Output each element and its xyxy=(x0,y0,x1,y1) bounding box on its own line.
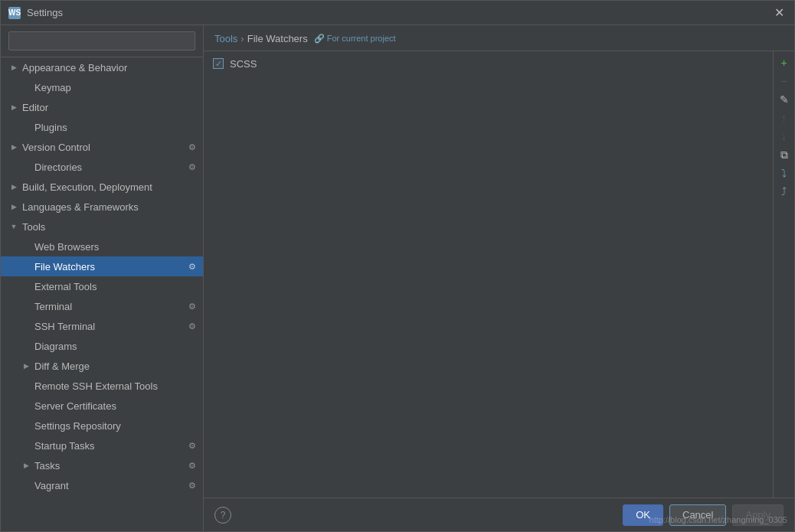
sidebar-item-terminal[interactable]: Terminal ⚙ xyxy=(1,296,203,316)
side-toolbar: + − ✎ ↑ ↓ ⧉ xyxy=(773,51,794,498)
settings-icon: ⚙ xyxy=(186,479,198,491)
settings-icon: ⚙ xyxy=(186,320,198,332)
settings-icon: ⚙ xyxy=(186,161,198,173)
title-bar: WS Settings ✕ xyxy=(1,1,794,25)
move-up-button[interactable]: ↑ xyxy=(776,109,793,126)
project-link[interactable]: 🔗 For current project xyxy=(314,34,396,44)
breadcrumb-separator: › xyxy=(240,33,244,44)
arrow-icon xyxy=(8,62,19,73)
panel-body: SCSS + − ✎ ↑ xyxy=(204,51,794,498)
sidebar-item-ssh-terminal[interactable]: SSH Terminal ⚙ xyxy=(1,316,203,336)
settings-window: WS Settings ✕ Appearance & Behavior Keym… xyxy=(0,0,795,532)
sidebar-item-editor[interactable]: Editor xyxy=(1,97,203,117)
footer: ? OK Cancel Apply xyxy=(204,498,794,531)
sidebar-item-label: Directories xyxy=(34,162,186,173)
sidebar-item-label: Vagrant xyxy=(34,480,186,491)
arrow-icon xyxy=(21,460,31,471)
settings-icon: ⚙ xyxy=(186,439,198,452)
remove-button[interactable]: − xyxy=(776,73,793,90)
sidebar-item-label: Tasks xyxy=(34,460,186,472)
watermark: http://blog.csdn.net/zhangming_0305 xyxy=(649,515,787,524)
sidebar-item-label: Languages & Frameworks xyxy=(22,201,203,213)
sidebar-item-label: Remote SSH External Tools xyxy=(34,380,203,392)
sidebar-item-web-browsers[interactable]: Web Browsers xyxy=(1,237,203,256)
sidebar-item-label: Tools xyxy=(22,221,203,233)
add-button[interactable]: + xyxy=(776,54,793,71)
settings-icon: ⚙ xyxy=(186,459,198,472)
search-input[interactable] xyxy=(8,31,195,51)
panel-header: Tools › File Watchers 🔗 For current proj… xyxy=(204,25,794,51)
item-label: SCSS xyxy=(230,58,764,70)
sidebar-item-label: Keymap xyxy=(34,82,203,93)
sidebar-item-label: Plugins xyxy=(34,122,203,133)
sidebar-tree: Appearance & Behavior Keymap Editor Plug… xyxy=(1,57,203,531)
sidebar-item-remote-ssh[interactable]: Remote SSH External Tools xyxy=(1,376,203,396)
arrow-icon xyxy=(8,201,19,212)
sidebar-item-label: Settings Repository xyxy=(34,420,203,432)
sidebar-item-tasks[interactable]: Tasks ⚙ xyxy=(1,455,203,475)
copy-button[interactable]: ⧉ xyxy=(776,146,793,163)
sidebar-item-label: Diff & Merge xyxy=(34,361,203,372)
window-title: Settings xyxy=(27,7,771,18)
sidebar-item-label: Version Control xyxy=(22,142,186,153)
settings-icon: ⚙ xyxy=(186,300,198,312)
list-item[interactable]: SCSS xyxy=(207,54,770,73)
export-button[interactable]: ⤴ xyxy=(776,183,793,200)
sidebar-item-build[interactable]: Build, Execution, Deployment xyxy=(1,177,203,197)
sidebar-item-label: Appearance & Behavior xyxy=(22,62,203,73)
arrow-icon xyxy=(8,181,19,192)
import-button[interactable]: ⤵ xyxy=(776,165,793,181)
search-box xyxy=(1,25,203,57)
sidebar-item-tools[interactable]: Tools xyxy=(1,217,203,237)
help-button[interactable]: ? xyxy=(214,507,231,524)
main-content: Appearance & Behavior Keymap Editor Plug… xyxy=(1,25,794,531)
sidebar-item-version-control[interactable]: Version Control ⚙ xyxy=(1,137,203,157)
sidebar-item-diff-merge[interactable]: Diff & Merge xyxy=(1,356,203,376)
move-down-button[interactable]: ↓ xyxy=(776,128,793,145)
settings-icon: ⚙ xyxy=(186,141,198,153)
sidebar-item-label: External Tools xyxy=(34,281,203,292)
sidebar-item-label: Server Certificates xyxy=(34,400,203,412)
app-icon: WS xyxy=(8,7,21,19)
settings-icon: ⚙ xyxy=(186,260,198,273)
sidebar-item-label: Diagrams xyxy=(34,341,203,352)
arrow-icon xyxy=(8,142,19,152)
breadcrumb-current: File Watchers xyxy=(247,33,308,44)
sidebar-item-plugins[interactable]: Plugins xyxy=(1,117,203,137)
sidebar-item-file-watchers[interactable]: File Watchers ⚙ xyxy=(1,256,203,276)
arrow-icon xyxy=(21,361,31,371)
sidebar-item-label: Editor xyxy=(22,102,203,113)
item-checkbox[interactable] xyxy=(213,58,224,69)
sidebar-item-label: Terminal xyxy=(34,301,186,312)
arrow-icon xyxy=(8,102,19,113)
sidebar-item-label: Web Browsers xyxy=(34,241,203,253)
footer-left: ? xyxy=(214,507,231,524)
sidebar-item-server-certs[interactable]: Server Certificates xyxy=(1,396,203,416)
sidebar-item-settings-repo[interactable]: Settings Repository xyxy=(1,416,203,436)
sidebar-item-label: File Watchers xyxy=(34,261,186,273)
sidebar-item-startup-tasks[interactable]: Startup Tasks ⚙ xyxy=(1,436,203,455)
sidebar-item-label: SSH Terminal xyxy=(34,321,186,332)
sidebar-item-vagrant[interactable]: Vagrant ⚙ xyxy=(1,475,203,495)
sidebar-item-directories[interactable]: Directories ⚙ xyxy=(1,157,203,177)
close-button[interactable]: ✕ xyxy=(771,5,787,21)
sidebar-item-label: Startup Tasks xyxy=(34,440,186,452)
sidebar-item-keymap[interactable]: Keymap xyxy=(1,77,203,97)
arrow-icon xyxy=(8,221,19,232)
breadcrumb-parent: Tools xyxy=(214,33,237,44)
sidebar-item-appearance[interactable]: Appearance & Behavior xyxy=(1,57,203,77)
right-panel: Tools › File Watchers 🔗 For current proj… xyxy=(204,25,794,531)
sidebar-item-languages[interactable]: Languages & Frameworks xyxy=(1,197,203,217)
edit-button[interactable]: ✎ xyxy=(776,91,793,108)
sidebar-item-label: Build, Execution, Deployment xyxy=(22,181,203,193)
watchers-list: SCSS xyxy=(204,51,773,498)
sidebar-item-external-tools[interactable]: External Tools xyxy=(1,276,203,296)
sidebar: Appearance & Behavior Keymap Editor Plug… xyxy=(1,25,204,531)
sidebar-item-diagrams[interactable]: Diagrams xyxy=(1,336,203,356)
